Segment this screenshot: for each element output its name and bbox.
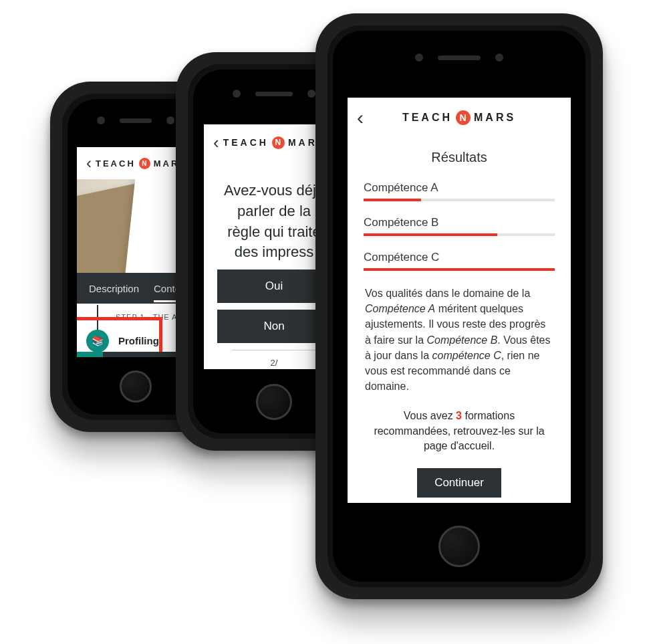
brand-dot-icon: N bbox=[456, 110, 471, 125]
back-button[interactable]: ‹ bbox=[357, 106, 376, 129]
highlight-box bbox=[77, 317, 162, 352]
home-button[interactable] bbox=[256, 384, 292, 420]
continue-button[interactable]: Continuer bbox=[417, 468, 501, 498]
home-button[interactable] bbox=[120, 370, 152, 403]
answers-group: Oui Non bbox=[217, 270, 331, 350]
answer-yes-button[interactable]: Oui bbox=[217, 270, 331, 303]
tab-description[interactable]: Description bbox=[89, 283, 139, 294]
competence-label: Compétence C bbox=[364, 251, 555, 264]
brand-logo: TEACH N MARS bbox=[380, 110, 539, 125]
divider bbox=[232, 350, 316, 350]
competence-label: Compétence B bbox=[364, 216, 555, 229]
recommendation-count: 3 bbox=[456, 410, 462, 421]
back-button[interactable]: ‹ bbox=[213, 132, 219, 153]
back-button[interactable]: ‹ bbox=[86, 154, 92, 173]
competence-bar bbox=[364, 268, 555, 271]
recommendation-text: Vous avez 3 formations recommandées, ret… bbox=[348, 409, 571, 453]
competence-row: Compétence B bbox=[348, 216, 571, 236]
competence-label: Compétence A bbox=[364, 181, 555, 195]
competence-bar bbox=[364, 199, 555, 201]
competence-row: Compétence A bbox=[348, 181, 571, 201]
answer-no-button[interactable]: Non bbox=[217, 310, 331, 343]
competence-row: Compétence C bbox=[348, 251, 571, 271]
results-paragraph: Vos qualités dans le domaine de la Compé… bbox=[348, 286, 571, 394]
results-title: Résultats bbox=[348, 150, 571, 165]
brand-teach: TEACH bbox=[96, 158, 136, 169]
screen-results: ‹ TEACH N MARS Résultats Compétence A Co… bbox=[348, 98, 571, 503]
brand-logo: TEACH N MARS bbox=[223, 136, 326, 149]
topbar: ‹ TEACH N MARS bbox=[348, 98, 571, 138]
competence-bar bbox=[364, 233, 555, 236]
phone-right: ‹ TEACH N MARS Résultats Compétence A Co… bbox=[315, 13, 603, 599]
brand-dot-icon: N bbox=[272, 136, 285, 149]
home-button[interactable] bbox=[438, 526, 480, 567]
brand-logo: TEACH N MARS bbox=[96, 158, 187, 169]
brand-dot-icon: N bbox=[139, 158, 150, 169]
